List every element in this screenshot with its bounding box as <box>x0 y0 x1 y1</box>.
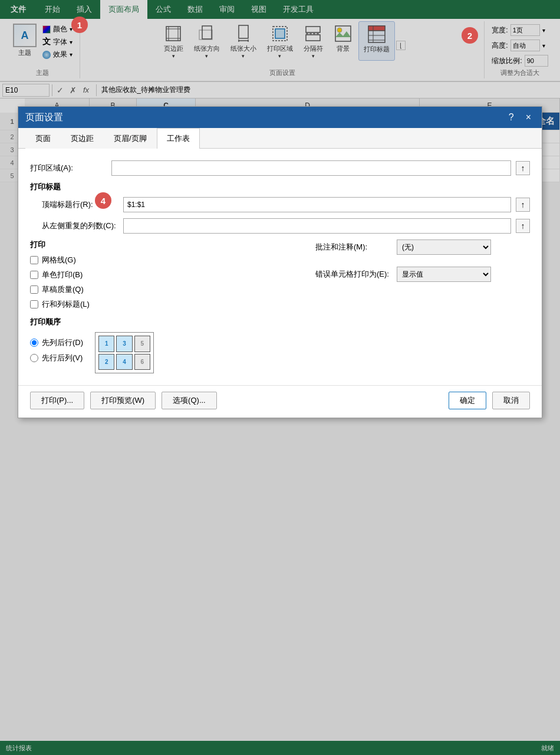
dialog-title-bar: 页面设置 ? × <box>18 107 542 128</box>
page-setup-dialog: 页面设置 ? × 页面 页边距 页眉/页脚 工作表 打印区域(A): ↑ 打印标… <box>18 106 542 418</box>
print-order-diagram: 1 3 5 2 4 6 <box>95 332 154 373</box>
print-order-controls: 先列后行(D) 先行后列(V) 1 3 5 2 <box>30 332 268 373</box>
print-area-row: 打印区域(A): ↑ <box>30 160 530 176</box>
errors-select[interactable]: 显示值 <box>397 267 491 282</box>
print-order-section: 打印顺序 先列后行(D) 先行后列(V) <box>30 317 268 373</box>
dialog-tab-margin[interactable]: 页边距 <box>61 128 104 149</box>
gridlines-checkbox[interactable] <box>30 256 38 264</box>
dialog-help-button[interactable]: ? <box>505 111 518 124</box>
mono-label: 单色打印(B) <box>42 270 83 280</box>
row-col-label: 行和列标题(L) <box>42 299 90 310</box>
diagram-cell-4: 2 <box>98 354 114 370</box>
mono-checkbox[interactable] <box>30 271 38 279</box>
print-area-label: 打印区域(A): <box>30 163 107 173</box>
dialog-tab-header-footer[interactable]: 页眉/页脚 <box>104 128 157 149</box>
row-col-checkbox[interactable] <box>30 300 38 308</box>
print-button[interactable]: 打印(P)... <box>30 392 84 409</box>
options-button[interactable]: 选项(Q)... <box>162 392 217 409</box>
col-then-row-row[interactable]: 先列后行(D) <box>30 337 83 348</box>
dialog-tabs: 页面 页边距 页眉/页脚 工作表 <box>18 128 542 149</box>
dialog-footer: 打印(P)... 打印预览(W) 选项(Q)... 确定 取消 <box>18 385 542 418</box>
col-then-row-label: 先列后行(D) <box>42 337 83 348</box>
diagram-cell-5: 4 <box>116 354 132 370</box>
badge-2: 2 <box>462 27 478 44</box>
left-cols-label: 从左侧重复的列数(C): <box>42 221 118 231</box>
left-cols-row: 从左侧重复的列数(C): ↑ <box>30 218 530 234</box>
comments-row: 批注和注释(M): (无) <box>315 239 530 255</box>
print-area-input[interactable] <box>111 160 511 176</box>
row-col-row[interactable]: 行和列标题(L) <box>30 299 268 310</box>
row-then-col-label: 先行后列(V) <box>42 353 83 363</box>
draft-row[interactable]: 草稿质量(Q) <box>30 284 268 295</box>
left-cols-collapse-btn[interactable]: ↑ <box>516 219 530 233</box>
gridlines-row[interactable]: 网格线(G) <box>30 255 268 265</box>
badge-4: 4 <box>95 192 111 209</box>
top-rows-collapse-btn[interactable]: ↑ <box>516 198 530 212</box>
ok-button[interactable]: 确定 <box>449 392 486 409</box>
diagram-cell-1: 1 <box>98 336 114 352</box>
right-col: 批注和注释(M): (无) 错误单元格打印为(E): 显示值 <box>292 239 530 373</box>
comments-select[interactable]: (无) <box>397 239 491 255</box>
diagram-cell-6: 6 <box>134 354 150 370</box>
diagram-cell-2: 3 <box>116 336 132 352</box>
left-col: 打印 网格线(G) 单色打印(B) 草稿质量(Q) 行和列标题(L) <box>30 239 268 373</box>
errors-row: 错误单元格打印为(E): 显示值 <box>315 267 530 282</box>
row-then-col-radio[interactable] <box>30 354 38 362</box>
right-options: 批注和注释(M): (无) 错误单元格打印为(E): 显示值 <box>315 239 530 282</box>
print-section-label: 打印 <box>30 239 268 250</box>
dialog-tab-worksheet[interactable]: 工作表 <box>157 128 200 149</box>
comments-label: 批注和注释(M): <box>315 242 392 252</box>
print-order-label: 打印顺序 <box>30 317 268 327</box>
dialog-controls: ? × <box>505 111 535 124</box>
diagram-cell-3: 5 <box>134 336 150 352</box>
print-preview-button[interactable]: 打印预览(W) <box>90 392 156 409</box>
dialog-body: 打印区域(A): ↑ 打印标题 顶端标题行(R): ↑ 4 从左侧重复的列数(C… <box>18 149 542 379</box>
top-rows-input[interactable] <box>123 197 511 212</box>
footer-spacer <box>223 392 443 409</box>
left-cols-input[interactable] <box>123 218 511 234</box>
dialog-title: 页面设置 <box>25 111 63 124</box>
draft-label: 草稿质量(Q) <box>42 284 84 295</box>
errors-label: 错误单元格打印为(E): <box>315 269 392 280</box>
two-columns: 打印 网格线(G) 单色打印(B) 草稿质量(Q) 行和列标题(L) <box>30 239 530 373</box>
mono-row[interactable]: 单色打印(B) <box>30 270 268 280</box>
draft-checkbox[interactable] <box>30 285 38 294</box>
col-then-row-radio[interactable] <box>30 339 38 347</box>
row-then-col-row[interactable]: 先行后列(V) <box>30 353 83 363</box>
badge-1: 1 <box>71 17 88 33</box>
gridlines-label: 网格线(G) <box>42 255 76 265</box>
radio-options: 先列后行(D) 先行后列(V) <box>30 337 83 368</box>
top-rows-row: 顶端标题行(R): ↑ 4 <box>30 197 530 212</box>
print-area-collapse-btn[interactable]: ↑ <box>516 161 530 175</box>
dialog-tab-page[interactable]: 页面 <box>25 128 61 149</box>
cancel-button[interactable]: 取消 <box>492 392 530 409</box>
print-title-section: 打印标题 <box>30 182 530 192</box>
dialog-close-button[interactable]: × <box>522 111 535 124</box>
